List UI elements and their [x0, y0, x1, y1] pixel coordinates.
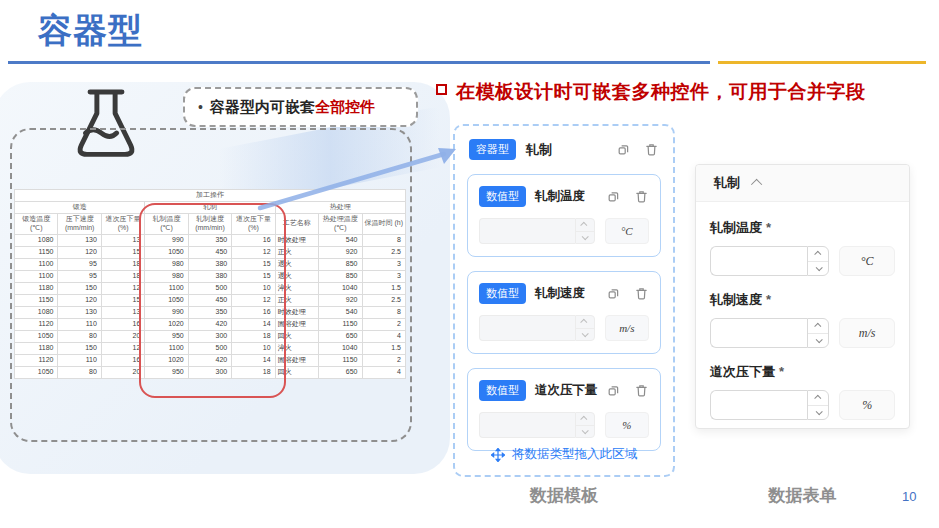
- required-mark: *: [779, 364, 784, 379]
- unit-label: %: [605, 412, 649, 438]
- table-cell: 2: [362, 318, 406, 330]
- step-up-icon[interactable]: [814, 323, 821, 330]
- table-cell: 2: [362, 354, 406, 366]
- table-cell: 80: [58, 330, 101, 342]
- slide: 容器型 • 容器型内可嵌套 全部控件 加工操作锻造轧制热处理锻造温度(℃)压下速…: [0, 0, 939, 528]
- step-up-icon[interactable]: [814, 395, 821, 402]
- delete-icon[interactable]: [634, 383, 649, 398]
- table-cell: 920: [319, 294, 362, 306]
- table-cell: 95: [58, 270, 101, 282]
- form-group-header[interactable]: 轧制: [696, 165, 909, 202]
- number-input[interactable]: [479, 412, 575, 438]
- headline: 在模板设计时可嵌套多种控件，可用于合并字段: [436, 79, 866, 105]
- drop-hint[interactable]: 将数据类型拖入此区域: [455, 446, 673, 463]
- bullet-icon: •: [198, 99, 203, 115]
- copy-icon[interactable]: [606, 383, 621, 398]
- table-cell: 150: [58, 282, 101, 294]
- page-title: 容器型: [38, 8, 143, 54]
- step-up-icon[interactable]: [814, 251, 821, 258]
- numeric-type-badge: 数值型: [479, 283, 526, 304]
- template-panel: 容器型 轧制 数值型 轧制温度: [453, 124, 675, 477]
- container-type-badge: 容器型: [469, 139, 516, 160]
- caption-data-template: 数据模板: [453, 484, 675, 507]
- number-input[interactable]: [479, 218, 575, 244]
- table-cell: 95: [58, 258, 101, 270]
- table-cell: 540: [319, 306, 362, 318]
- step-down-icon[interactable]: [582, 330, 589, 337]
- container-label: 轧制: [526, 141, 552, 159]
- field-card: 数值型 轧制温度: [467, 174, 661, 257]
- table-cell: 1050: [15, 366, 58, 378]
- step-down-icon[interactable]: [816, 264, 823, 271]
- table-cell: 1080: [15, 306, 58, 318]
- number-input[interactable]: [710, 246, 807, 276]
- pointer-arrow-icon: [248, 140, 466, 218]
- number-input[interactable]: [710, 390, 807, 420]
- form-panel: 轧制 轧制温度* °C 轧制速度* m/s: [695, 164, 910, 429]
- table-cell: 1040: [319, 282, 362, 294]
- table-cell: 650: [319, 366, 362, 378]
- highlight-frame: [139, 203, 286, 398]
- number-stepper[interactable]: [807, 246, 829, 276]
- table-cell: 920: [319, 246, 362, 258]
- number-input[interactable]: [710, 318, 807, 348]
- collapse-chevron-icon[interactable]: [751, 179, 762, 190]
- step-down-icon[interactable]: [582, 427, 589, 434]
- table-cell: 3: [362, 270, 406, 282]
- number-input[interactable]: [479, 315, 575, 341]
- headline-text: 在模板设计时可嵌套多种控件，可用于合并字段: [456, 79, 866, 105]
- table-cell: 1.5: [362, 342, 406, 354]
- move-icon: [491, 448, 505, 462]
- numeric-type-badge: 数值型: [479, 380, 526, 401]
- unit-label: m/s: [839, 318, 895, 348]
- number-stepper[interactable]: [575, 315, 594, 341]
- field-card-label: 道次压下量: [535, 382, 598, 399]
- card-list: 数值型 轧制温度: [455, 174, 673, 451]
- step-down-icon[interactable]: [582, 233, 589, 240]
- table-cell: 110: [58, 318, 101, 330]
- table-cell: 1180: [15, 282, 58, 294]
- required-mark: *: [766, 220, 771, 235]
- container-header: 容器型 轧制: [455, 126, 673, 160]
- form-field: 道次压下量* %: [710, 363, 895, 420]
- unit-label: %: [839, 390, 895, 420]
- table-cell: 1080: [15, 234, 58, 246]
- table-cell: 130: [58, 234, 101, 246]
- number-stepper[interactable]: [575, 218, 594, 244]
- copy-icon[interactable]: [606, 286, 621, 301]
- copy-icon[interactable]: [616, 142, 631, 157]
- step-up-icon[interactable]: [581, 416, 588, 423]
- table-cell: 1100: [15, 258, 58, 270]
- drop-hint-text: 将数据类型拖入此区域: [512, 446, 637, 463]
- step-up-icon[interactable]: [581, 319, 588, 326]
- table-cell: 1100: [15, 270, 58, 282]
- callout-bubble: • 容器型内可嵌套 全部控件: [183, 87, 418, 127]
- table-cell: 130: [58, 306, 101, 318]
- step-down-icon[interactable]: [816, 408, 823, 415]
- bubble-text: 容器型内可嵌套: [210, 98, 315, 117]
- table-cell: 8: [362, 306, 406, 318]
- copy-icon[interactable]: [606, 189, 621, 204]
- delete-icon[interactable]: [634, 189, 649, 204]
- table-cell: 120: [58, 294, 101, 306]
- table-column-header: 锻造温度(℃): [15, 214, 58, 235]
- table-group-header: 锻造: [15, 202, 145, 214]
- delete-icon[interactable]: [644, 142, 659, 157]
- table-cell: 540: [319, 234, 362, 246]
- table-cell: 1050: [15, 330, 58, 342]
- form-field-label: 轧制温度: [710, 220, 762, 235]
- number-stepper[interactable]: [575, 412, 594, 438]
- number-stepper[interactable]: [807, 390, 829, 420]
- table-cell: 80: [58, 366, 101, 378]
- table-cell: 650: [319, 330, 362, 342]
- step-down-icon[interactable]: [816, 336, 823, 343]
- table-cell: 850: [319, 258, 362, 270]
- table-cell: 1150: [319, 318, 362, 330]
- table-cell: 4: [362, 330, 406, 342]
- table-cell: 1.5: [362, 282, 406, 294]
- delete-icon[interactable]: [634, 286, 649, 301]
- field-card-label: 轧制温度: [535, 188, 585, 205]
- number-stepper[interactable]: [807, 318, 829, 348]
- step-up-icon[interactable]: [581, 222, 588, 229]
- table-cell: 1150: [319, 354, 362, 366]
